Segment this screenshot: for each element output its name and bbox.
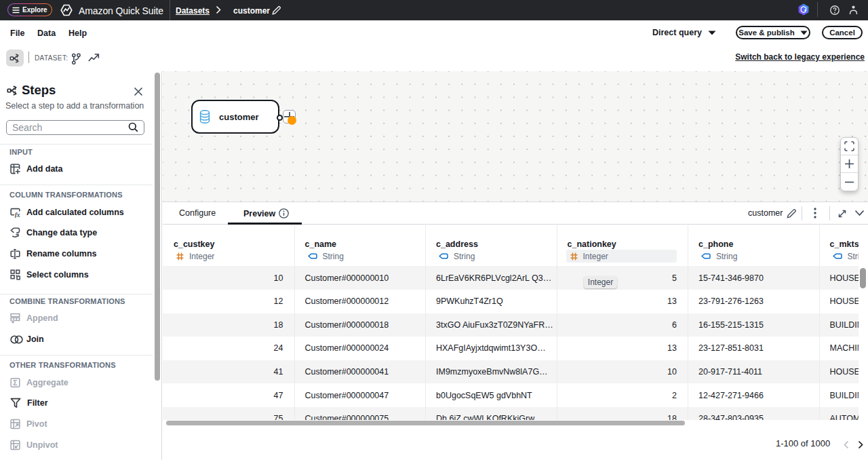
- svg-text:Σ: Σ: [13, 378, 17, 386]
- svg-text:fx: fx: [15, 212, 20, 218]
